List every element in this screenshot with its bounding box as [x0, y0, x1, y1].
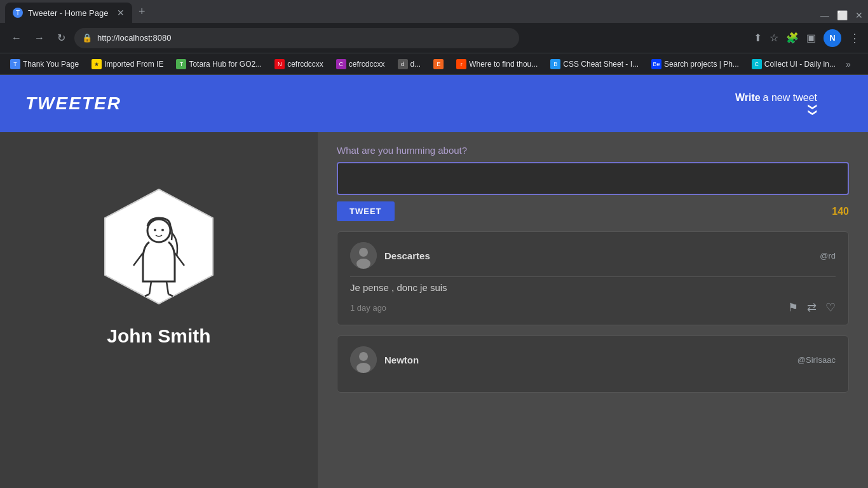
flag-button[interactable]: ⚑ — [788, 301, 798, 315]
svg-marker-0 — [105, 189, 213, 304]
toolbar-right: ⬆ ☆ 🧩 ▣ N ⋮ — [754, 29, 860, 47]
bookmark-star-icon[interactable]: ☆ — [770, 32, 778, 44]
bookmarks-overflow-button[interactable]: » — [843, 59, 853, 69]
bookmark-etsy[interactable]: E — [428, 56, 449, 72]
bookmark-favicon: B — [550, 59, 560, 69]
bookmark-favicon: T — [10, 59, 20, 69]
write-tweet-section[interactable]: Write a new tweet ❮❮ — [735, 92, 817, 115]
bookmark-favicon: d — [398, 59, 408, 69]
tab-close-button[interactable]: ✕ — [117, 8, 125, 18]
tab-favicon: T — [13, 8, 23, 18]
address-bar: ← → ↻ 🔒 http://localhost:8080 ⬆ ☆ 🧩 ▣ N … — [0, 23, 868, 53]
bookmark-favicon: E — [433, 59, 444, 69]
main-area: John Smith What are you humming about? T… — [0, 132, 868, 488]
tweet-avatar — [350, 242, 377, 269]
tweet-header: Descartes @rd — [350, 242, 836, 269]
bookmark-label: Search projects | Ph... — [664, 60, 739, 69]
tweet-handle: @SirIsaac — [797, 355, 836, 365]
browser-window: T Tweeter - Home Page ✕ + — ⬜ ✕ ← → ↻ 🔒 … — [0, 0, 868, 488]
address-bar-input[interactable]: 🔒 http://localhost:8080 — [74, 28, 519, 48]
back-button[interactable]: ← — [8, 30, 25, 46]
bookmark-cefrcd[interactable]: C cefrcdccxx — [331, 56, 390, 72]
bookmark-behance[interactable]: Be Search projects | Ph... — [646, 56, 744, 72]
tweet-card-descartes: Descartes @rd Je pense , donc je suis 1 … — [337, 231, 849, 325]
bookmark-d[interactable]: d d... — [393, 56, 426, 72]
right-panel: What are you humming about? TWEET 140 — [318, 132, 868, 488]
bookmark-favicon: r — [456, 59, 466, 69]
write-subtext: a new tweet — [763, 92, 817, 104]
profile-button[interactable]: N — [824, 29, 841, 47]
tweet-avatar — [350, 346, 377, 373]
svg-point-5 — [359, 248, 368, 257]
bookmark-favicon: C — [336, 59, 346, 69]
bookmark-css[interactable]: B CSS Cheat Sheet - I... — [545, 56, 644, 72]
lock-icon: 🔒 — [82, 33, 92, 43]
composer-label: What are you humming about? — [337, 145, 849, 156]
maximize-button[interactable]: ⬜ — [837, 10, 848, 20]
share-icon[interactable]: ⬆ — [754, 32, 762, 44]
tweet-textarea[interactable] — [337, 162, 849, 195]
extensions-icon[interactable]: 🧩 — [786, 32, 799, 44]
hexagon-shape — [95, 183, 222, 310]
minimize-button[interactable]: — — [820, 10, 829, 20]
forward-button[interactable]: → — [31, 30, 48, 46]
bookmark-label: Thank You Page — [23, 60, 79, 69]
bookmarks-bar: T Thank You Page ★ Imported From IE T To… — [0, 53, 868, 75]
bookmark-reddit[interactable]: r Where to find thou... — [451, 56, 543, 72]
tweet-card-newton: Newton @SirIsaac — [337, 336, 849, 393]
bookmark-favicon: C — [752, 59, 762, 69]
user-avatar-container — [95, 183, 222, 310]
like-button[interactable]: ♡ — [825, 301, 836, 315]
svg-point-9 — [356, 363, 370, 373]
bookmark-thank-you-page[interactable]: T Thank You Page — [5, 56, 84, 72]
bookmark-label: Totara Hub for GO2... — [189, 60, 262, 69]
left-panel: John Smith — [0, 132, 318, 488]
tweet-header: Newton @SirIsaac — [350, 346, 836, 373]
bookmark-favicon: ★ — [92, 59, 102, 69]
tweet-button[interactable]: TWEET — [337, 201, 395, 221]
chevron-down-icon: ❮❮ — [807, 105, 816, 116]
app-logo: TWEETER — [25, 93, 121, 114]
window-controls: — ⬜ ✕ — [820, 10, 863, 23]
url-text: http://localhost:8080 — [97, 33, 171, 43]
tweet-footer: 1 day ago ⚑ ⇄ ♡ — [350, 301, 836, 315]
tab-bar: T Tweeter - Home Page ✕ + — ⬜ ✕ — [0, 0, 868, 23]
tweet-actions: ⚑ ⇄ ♡ — [788, 301, 836, 315]
user-name: John Smith — [107, 325, 210, 347]
active-tab[interactable]: T Tweeter - Home Page ✕ — [5, 3, 132, 23]
bookmark-imported-from-ie[interactable]: ★ Imported From IE — [86, 56, 168, 72]
close-window-button[interactable]: ✕ — [855, 10, 863, 20]
bookmark-favicon: T — [176, 59, 186, 69]
bookmark-label: Collect UI - Daily in... — [764, 60, 836, 69]
tweet-handle: @rd — [820, 251, 836, 261]
sidebar-icon[interactable]: ▣ — [806, 32, 816, 44]
tweet-time: 1 day ago — [350, 303, 386, 313]
bookmark-collect[interactable]: C Collect UI - Daily in... — [747, 56, 841, 72]
tweet-username: Newton — [384, 355, 419, 365]
tweet-divider — [350, 276, 836, 277]
bookmark-favicon: Be — [651, 59, 661, 69]
menu-icon[interactable]: ⋮ — [849, 31, 860, 45]
bookmark-favicon: N — [275, 59, 285, 69]
write-bold: Write — [735, 92, 761, 104]
bookmark-label: CSS Cheat Sheet - I... — [563, 60, 639, 69]
new-tab-button[interactable]: + — [133, 1, 151, 22]
char-count: 140 — [832, 206, 849, 217]
bookmark-label: cefrcdccxx — [349, 60, 385, 69]
svg-point-6 — [356, 259, 370, 269]
retweet-button[interactable]: ⇄ — [807, 301, 817, 315]
write-tweet-label: Write a new tweet — [735, 92, 817, 104]
tweet-username: Descartes — [384, 250, 430, 261]
bookmark-label: d... — [410, 60, 421, 69]
composer-actions: TWEET 140 — [337, 201, 849, 221]
svg-point-3 — [161, 229, 164, 231]
bookmark-label: cefrcdccxx — [287, 60, 323, 69]
bookmark-totara[interactable]: T Totara Hub for GO2... — [171, 56, 267, 72]
bookmark-label: Where to find thou... — [469, 60, 538, 69]
app-header: TWEETER Write a new tweet ❮❮ — [0, 75, 868, 132]
bookmark-netflix[interactable]: N cefrcdccxx — [269, 56, 329, 72]
refresh-button[interactable]: ↻ — [53, 29, 69, 46]
tweet-composer: What are you humming about? TWEET 140 — [337, 145, 849, 221]
bookmark-label: Imported From IE — [104, 60, 163, 69]
svg-point-2 — [154, 229, 156, 231]
